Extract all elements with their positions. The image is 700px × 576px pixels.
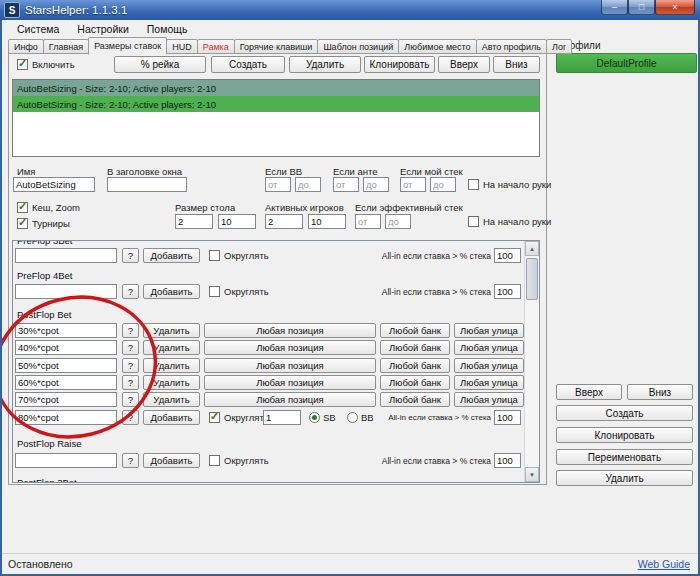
bb-from-input[interactable] <box>265 177 291 192</box>
scroll-up-button[interactable]: ▲ <box>525 241 539 256</box>
table-size-max-input[interactable] <box>218 214 256 229</box>
bb-radio[interactable]: BB <box>347 412 374 423</box>
bet-value-input[interactable] <box>15 284 117 299</box>
tab-log[interactable]: Лог <box>546 39 572 54</box>
bet-value-input[interactable] <box>15 453 117 468</box>
delete-sizing-button[interactable]: Удалить <box>289 56 361 73</box>
add-button[interactable]: Добавить <box>143 410 200 425</box>
allin-threshold-input[interactable] <box>494 284 521 299</box>
help-button[interactable]: ? <box>122 358 139 373</box>
profile-down-button[interactable]: Вниз <box>627 384 693 400</box>
add-button[interactable]: Добавить <box>143 284 200 299</box>
my-stack-from-input[interactable] <box>400 177 426 192</box>
cash-zoom-checkbox[interactable]: Кеш, Zoom <box>17 202 80 213</box>
tab-main[interactable]: Главная <box>43 39 89 54</box>
create-sizing-button[interactable]: Создать <box>211 56 285 73</box>
tab-info[interactable]: Инфо <box>8 39 44 54</box>
any-pot-button[interactable]: Любой банк <box>380 323 450 338</box>
tab-bet-sizes[interactable]: Размеры ставок <box>88 37 167 55</box>
enable-checkbox[interactable]: Включить <box>17 59 75 70</box>
tab-position-template[interactable]: Шаблон позиций <box>317 39 399 54</box>
hand-start-checkbox-2[interactable]: На начало руки <box>468 216 551 227</box>
any-pot-button[interactable]: Любой банк <box>380 392 450 407</box>
ante-to-input[interactable] <box>363 177 389 192</box>
name-input[interactable] <box>13 177 95 192</box>
tab-hotkeys[interactable]: Горячие клавиши <box>234 39 319 54</box>
help-button[interactable]: ? <box>122 453 139 468</box>
bet-row-value-input[interactable] <box>15 340 117 355</box>
move-up-button[interactable]: Вверх <box>438 56 490 73</box>
round-step-input[interactable] <box>263 410 301 425</box>
any-pot-button[interactable]: Любой банк <box>380 375 450 390</box>
list-item[interactable]: AutoBetSizing - Size: 2-10; Active playe… <box>13 96 539 112</box>
help-button[interactable]: ? <box>122 323 139 338</box>
round-checkbox[interactable]: Округлять <box>209 455 269 466</box>
bet-value-input[interactable] <box>15 248 117 263</box>
add-button[interactable]: Добавить <box>143 453 200 468</box>
web-guide-link[interactable]: Web Guide <box>638 558 690 570</box>
any-position-button[interactable]: Любая позиция <box>204 358 376 373</box>
my-stack-to-input[interactable] <box>430 177 456 192</box>
menu-system[interactable]: Система <box>8 22 68 36</box>
help-button[interactable]: ? <box>122 340 139 355</box>
move-down-button[interactable]: Вниз <box>493 56 540 73</box>
round-checkbox[interactable]: Округлять <box>209 412 269 423</box>
any-street-button[interactable]: Любая улица <box>454 323 524 338</box>
menu-settings[interactable]: Настройки <box>68 22 138 36</box>
tab-hud[interactable]: HUD <box>166 39 198 54</box>
close-button[interactable]: × <box>655 0 695 15</box>
help-button[interactable]: ? <box>122 248 139 263</box>
ante-from-input[interactable] <box>333 177 359 192</box>
active-profile-button[interactable]: DefaultProfile <box>556 53 697 73</box>
any-street-button[interactable]: Любая улица <box>454 392 524 407</box>
delete-row-button[interactable]: Удалить <box>143 340 200 355</box>
menu-help[interactable]: Помощь <box>138 22 197 36</box>
round-checkbox[interactable]: Округлять <box>209 286 269 297</box>
any-position-button[interactable]: Любая позиция <box>204 340 376 355</box>
any-street-button[interactable]: Любая улица <box>454 340 524 355</box>
active-players-max-input[interactable] <box>308 214 346 229</box>
delete-row-button[interactable]: Удалить <box>143 392 200 407</box>
profile-create-button[interactable]: Создать <box>556 405 693 421</box>
any-position-button[interactable]: Любая позиция <box>204 392 376 407</box>
any-street-button[interactable]: Любая улица <box>454 358 524 373</box>
bet-row-value-input[interactable] <box>15 375 117 390</box>
bet-row-value-input[interactable] <box>15 323 117 338</box>
tournaments-checkbox[interactable]: Турниры <box>17 218 70 229</box>
any-pot-button[interactable]: Любой банк <box>380 358 450 373</box>
bet-row-value-input[interactable] <box>15 410 117 425</box>
any-street-button[interactable]: Любая улица <box>454 375 524 390</box>
minimize-button[interactable]: – <box>601 0 628 15</box>
profile-clone-button[interactable]: Клонировать <box>556 427 693 443</box>
maximize-button[interactable]: □ <box>628 0 655 15</box>
allin-threshold-input[interactable] <box>494 248 521 263</box>
help-button[interactable]: ? <box>122 284 139 299</box>
scrollbar-thumb[interactable] <box>526 258 538 300</box>
list-item-selected[interactable]: AutoBetSizing - Size: 2-10; Active playe… <box>13 80 539 96</box>
tab-favorite-seat[interactable]: Любимое место <box>398 39 476 54</box>
help-button[interactable]: ? <box>122 375 139 390</box>
table-size-min-input[interactable] <box>175 214 213 229</box>
hand-start-checkbox-1[interactable]: На начало руки <box>468 179 551 190</box>
sb-radio[interactable]: SB <box>309 412 336 423</box>
any-position-button[interactable]: Любая позиция <box>204 375 376 390</box>
active-players-min-input[interactable] <box>265 214 303 229</box>
vertical-scrollbar[interactable]: ▲ ▼ <box>524 241 539 482</box>
window-title-input[interactable] <box>107 177 187 192</box>
add-button[interactable]: Добавить <box>143 248 200 263</box>
bb-to-input[interactable] <box>295 177 321 192</box>
profile-delete-button[interactable]: Удалить <box>556 470 693 486</box>
tab-auto-profile[interactable]: Авто профиль <box>476 39 547 54</box>
tab-frame[interactable]: Рамка <box>197 39 235 54</box>
profile-rename-button[interactable]: Переименовать <box>556 449 693 465</box>
round-checkbox[interactable]: Округлять <box>209 250 269 261</box>
eff-stack-from-input[interactable] <box>355 214 381 229</box>
profile-up-button[interactable]: Вверх <box>556 384 622 400</box>
delete-row-button[interactable]: Удалить <box>143 323 200 338</box>
delete-row-button[interactable]: Удалить <box>143 375 200 390</box>
bet-row-value-input[interactable] <box>15 358 117 373</box>
any-position-button[interactable]: Любая позиция <box>204 323 376 338</box>
help-button[interactable]: ? <box>122 410 139 425</box>
help-button[interactable]: ? <box>122 392 139 407</box>
allin-threshold-input[interactable] <box>494 410 521 425</box>
